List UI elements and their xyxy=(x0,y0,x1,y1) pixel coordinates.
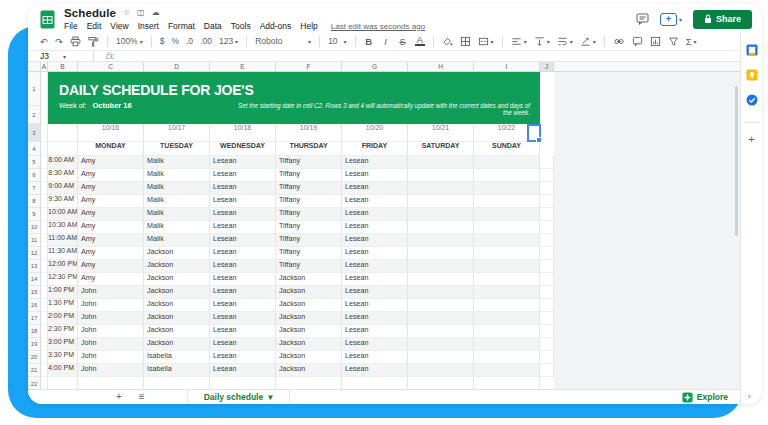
cell-B15[interactable]: 1:00 PM xyxy=(48,286,78,299)
cell-D9[interactable]: Malik xyxy=(144,208,210,221)
text-rotation-button[interactable]: ▾ xyxy=(580,36,596,47)
cell-A4[interactable] xyxy=(41,142,48,156)
cell-D4[interactable]: TUESDAY xyxy=(144,142,210,156)
cell-G16[interactable]: Lesean xyxy=(342,299,408,312)
horizontal-align-button[interactable]: ▾ xyxy=(511,36,527,47)
cell-I5[interactable] xyxy=(474,156,540,169)
insert-chart-icon[interactable] xyxy=(650,36,661,47)
row-header-2[interactable]: 2 xyxy=(28,106,41,124)
cell-C4[interactable]: MONDAY xyxy=(78,142,144,156)
cell-B12[interactable]: 11:30 AM xyxy=(48,247,78,260)
menu-view[interactable]: View xyxy=(110,21,128,31)
column-header-J[interactable]: J xyxy=(540,62,554,72)
selected-cell-J3[interactable] xyxy=(527,124,541,142)
cell-H20[interactable] xyxy=(408,351,474,364)
cell-F7[interactable]: Tiffany xyxy=(276,182,342,195)
column-header-H[interactable]: H xyxy=(408,62,474,72)
row-header-9[interactable]: 9 xyxy=(28,208,41,221)
column-header-A[interactable]: A xyxy=(41,62,48,72)
cell-A6[interactable] xyxy=(41,169,48,182)
get-add-ons-icon[interactable]: + xyxy=(748,133,754,145)
cell-F19[interactable]: Jackson xyxy=(276,338,342,351)
cell-J6[interactable] xyxy=(540,169,554,182)
cell-A15[interactable] xyxy=(41,286,48,299)
share-button[interactable]: Share xyxy=(693,10,752,29)
all-sheets-icon[interactable]: ≡ xyxy=(139,392,145,402)
cell-C17[interactable]: John xyxy=(78,312,144,325)
cell-J17[interactable] xyxy=(540,312,554,325)
cell-H12[interactable] xyxy=(408,247,474,260)
menu-format[interactable]: Format xyxy=(168,21,195,31)
cell-G8[interactable]: Lesean xyxy=(342,195,408,208)
cell-A5[interactable] xyxy=(41,156,48,169)
hide-panel-icon[interactable]: › xyxy=(748,392,751,401)
cell-G7[interactable]: Lesean xyxy=(342,182,408,195)
cell-J10[interactable] xyxy=(540,221,554,234)
row-header-6[interactable]: 6 xyxy=(28,169,41,182)
cell-G13[interactable]: Lesean xyxy=(342,260,408,273)
present-button[interactable]: + ▾ xyxy=(660,13,682,26)
cell-C11[interactable]: Amy xyxy=(78,234,144,247)
cell-D12[interactable]: Jackson xyxy=(144,247,210,260)
cell-E13[interactable]: Lesean xyxy=(210,260,276,273)
cell-A21[interactable] xyxy=(41,364,48,377)
cell-F9[interactable]: Tiffany xyxy=(276,208,342,221)
cell-I22[interactable] xyxy=(474,377,540,389)
cell-I16[interactable] xyxy=(474,299,540,312)
menu-tools[interactable]: Tools xyxy=(231,21,251,31)
schedule-banner[interactable]: DAILY SCHEDULE FOR JOE'S Week of: Octobe… xyxy=(48,72,540,124)
cell-F18[interactable]: Jackson xyxy=(276,325,342,338)
cell-A9[interactable] xyxy=(41,208,48,221)
cell-C22[interactable] xyxy=(78,377,144,389)
cell-B3[interactable] xyxy=(48,124,78,142)
cell-I6[interactable] xyxy=(474,169,540,182)
column-header-I[interactable]: I xyxy=(474,62,540,72)
star-icon[interactable]: ☆ xyxy=(123,9,130,17)
vertical-scrollbar[interactable] xyxy=(735,86,738,236)
document-title[interactable]: Schedule xyxy=(64,7,116,19)
cell-I14[interactable] xyxy=(474,273,540,286)
borders-icon[interactable] xyxy=(460,36,471,47)
cell-B21[interactable]: 4:00 PM xyxy=(48,364,78,377)
cell-B7[interactable]: 9:00 AM xyxy=(48,182,78,195)
cell-H10[interactable] xyxy=(408,221,474,234)
cell-F22[interactable] xyxy=(276,377,342,389)
column-header-G[interactable]: G xyxy=(342,62,408,72)
cell-I17[interactable] xyxy=(474,312,540,325)
cell-A13[interactable] xyxy=(41,260,48,273)
cell-A10[interactable] xyxy=(41,221,48,234)
cell-G22[interactable] xyxy=(342,377,408,389)
cell-J8[interactable] xyxy=(540,195,554,208)
cell-I15[interactable] xyxy=(474,286,540,299)
cell-I13[interactable] xyxy=(474,260,540,273)
cell-C18[interactable]: John xyxy=(78,325,144,338)
cell-G11[interactable]: Lesean xyxy=(342,234,408,247)
paint-format-icon[interactable] xyxy=(88,36,99,47)
cell-E7[interactable]: Lesean xyxy=(210,182,276,195)
row-header-3[interactable]: 3 xyxy=(28,124,41,142)
cell-I10[interactable] xyxy=(474,221,540,234)
cell-F14[interactable]: Jackson xyxy=(276,273,342,286)
cell-E5[interactable]: Lesean xyxy=(210,156,276,169)
column-header-B[interactable]: B xyxy=(48,62,78,72)
print-icon[interactable] xyxy=(70,36,81,47)
cell-F8[interactable]: Tiffany xyxy=(276,195,342,208)
font-select[interactable]: Roboto▾ xyxy=(255,36,311,46)
cell-I11[interactable] xyxy=(474,234,540,247)
cell-E16[interactable]: Lesean xyxy=(210,299,276,312)
cell-C7[interactable]: Amy xyxy=(78,182,144,195)
cell-A8[interactable] xyxy=(41,195,48,208)
cell-C8[interactable]: Amy xyxy=(78,195,144,208)
cell-I9[interactable] xyxy=(474,208,540,221)
cell-D14[interactable]: Jackson xyxy=(144,273,210,286)
cell-H3[interactable]: 10/21 xyxy=(408,124,474,142)
decrease-decimal-button[interactable]: .0 xyxy=(186,36,193,46)
vertical-align-button[interactable]: ▾ xyxy=(534,36,550,47)
cell-I19[interactable] xyxy=(474,338,540,351)
cell-H9[interactable] xyxy=(408,208,474,221)
filter-icon[interactable] xyxy=(668,36,679,47)
select-all-corner[interactable] xyxy=(28,62,41,72)
row-header-4[interactable]: 4 xyxy=(28,142,41,156)
row-header-14[interactable]: 14 xyxy=(28,273,41,286)
column-header-D[interactable]: D xyxy=(144,62,210,72)
